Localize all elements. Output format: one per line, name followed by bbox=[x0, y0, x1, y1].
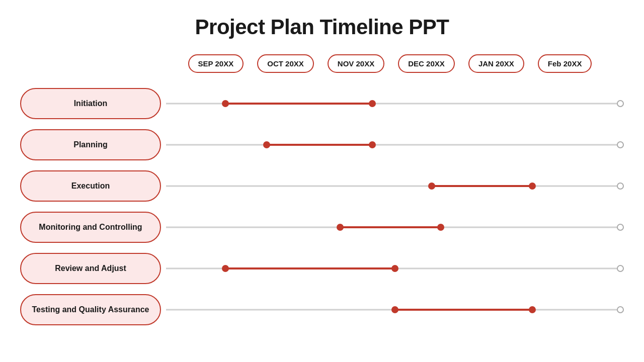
label-testing: Testing and Quality Assurance bbox=[20, 294, 161, 325]
page: Project Plan Timeline PPT SEP 20XXOCT 20… bbox=[0, 0, 644, 362]
end-dot bbox=[529, 306, 536, 313]
active-segment bbox=[225, 103, 372, 105]
month-badge: JAN 20XX bbox=[468, 54, 524, 73]
months-row: SEP 20XXOCT 20XXNOV 20XXDEC 20XXJAN 20XX… bbox=[181, 54, 599, 73]
end-dot bbox=[391, 265, 398, 272]
active-segment bbox=[395, 309, 532, 311]
month-badge: NOV 20XX bbox=[328, 54, 384, 73]
timeline-container: InitiationPlanningExecutionMonitoring an… bbox=[20, 83, 624, 330]
track-execution bbox=[166, 170, 624, 202]
track-end-circle bbox=[617, 265, 624, 272]
track-review bbox=[166, 253, 624, 284]
timeline-row-planning: Planning bbox=[20, 124, 624, 165]
label-planning: Planning bbox=[20, 129, 161, 160]
start-dot bbox=[391, 306, 398, 313]
label-initiation: Initiation bbox=[20, 88, 161, 119]
label-monitoring: Monitoring and Controlling bbox=[20, 212, 161, 243]
start-dot bbox=[428, 183, 435, 190]
track-end-circle bbox=[617, 306, 624, 313]
end-dot bbox=[369, 141, 376, 148]
end-dot bbox=[437, 224, 444, 231]
timeline-row-initiation: Initiation bbox=[20, 83, 624, 124]
timeline-row-execution: Execution bbox=[20, 165, 624, 207]
page-title: Project Plan Timeline PPT bbox=[20, 15, 624, 39]
start-dot bbox=[222, 100, 229, 107]
start-dot bbox=[222, 265, 229, 272]
active-segment bbox=[267, 144, 372, 146]
track-end-circle bbox=[617, 141, 624, 148]
track-end-circle bbox=[617, 183, 624, 190]
active-segment bbox=[225, 267, 395, 269]
timeline-row-review: Review and Adjust bbox=[20, 248, 624, 289]
active-segment bbox=[432, 185, 532, 187]
start-dot bbox=[337, 224, 344, 231]
track-testing bbox=[166, 294, 624, 325]
timeline-row-testing: Testing and Quality Assurance bbox=[20, 289, 624, 330]
month-badge: DEC 20XX bbox=[398, 54, 455, 73]
track-end-circle bbox=[617, 100, 624, 107]
track-line bbox=[166, 144, 624, 146]
end-dot bbox=[369, 100, 376, 107]
month-badge: SEP 20XX bbox=[188, 54, 244, 73]
month-badge: OCT 20XX bbox=[257, 54, 314, 73]
track-end-circle bbox=[617, 224, 624, 231]
start-dot bbox=[263, 141, 270, 148]
track-initiation bbox=[166, 88, 624, 119]
label-execution: Execution bbox=[20, 170, 161, 202]
track-line bbox=[166, 186, 624, 187]
track-monitoring bbox=[166, 212, 624, 243]
end-dot bbox=[529, 183, 536, 190]
label-review: Review and Adjust bbox=[20, 253, 161, 284]
timeline-row-monitoring: Monitoring and Controlling bbox=[20, 207, 624, 248]
active-segment bbox=[340, 226, 441, 228]
track-planning bbox=[166, 129, 624, 160]
month-badge: Feb 20XX bbox=[538, 54, 592, 73]
